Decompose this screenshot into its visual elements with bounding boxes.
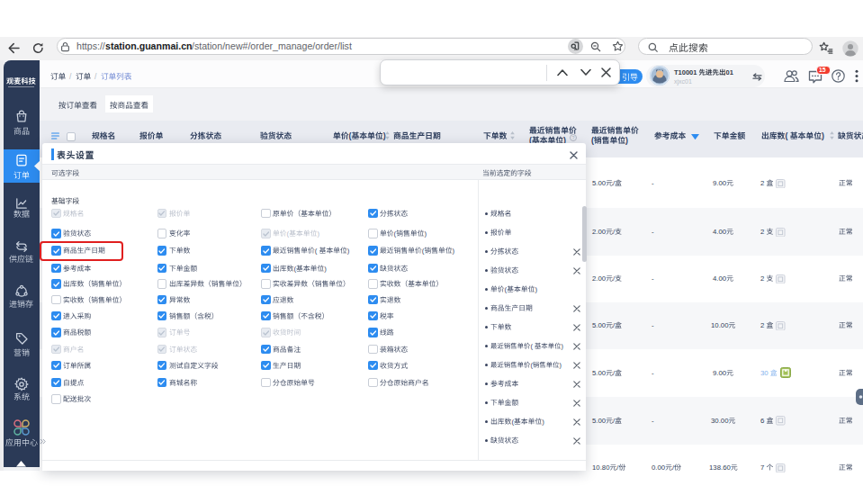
- svg-text:15: 15: [819, 67, 826, 73]
- svg-text:5.00: 5.00: [592, 369, 607, 377]
- svg-text:(: (: [785, 131, 787, 140]
- svg-text:10.80: 10.80: [592, 464, 610, 472]
- svg-text:station.guanmai.cn: station.guanmai.cn: [105, 40, 193, 51]
- svg-text:T10001: T10001: [674, 68, 697, 76]
- svg-text:): ): [318, 230, 320, 238]
- svg-text:5.00: 5.00: [592, 417, 607, 425]
- svg-text:): ): [822, 131, 824, 140]
- svg-text:-: -: [652, 417, 654, 425]
- svg-text:): ): [325, 265, 328, 273]
- svg-text:138.60: 138.60: [709, 464, 732, 472]
- svg-text:): ): [559, 361, 561, 369]
- svg-text:2: 2: [760, 321, 764, 329]
- svg-text:): ): [453, 247, 455, 255]
- svg-text:30.00: 30.00: [711, 417, 729, 425]
- svg-text:): ): [425, 230, 427, 238]
- svg-text:2: 2: [760, 179, 764, 187]
- svg-text:9.00: 9.00: [713, 179, 727, 187]
- svg-text:): ): [535, 285, 537, 293]
- svg-text:(: (: [511, 418, 514, 426]
- svg-text:0.00: 0.00: [652, 464, 666, 472]
- svg-text:5.00: 5.00: [592, 179, 607, 187]
- svg-text:): ): [561, 342, 562, 350]
- svg-text:-: -: [652, 228, 654, 236]
- svg-text:-: -: [652, 274, 654, 283]
- svg-text:-: -: [652, 179, 654, 187]
- svg-text:2: 2: [760, 274, 764, 283]
- svg-text:2.00: 2.00: [592, 274, 607, 283]
- svg-text:-: -: [652, 321, 654, 329]
- svg-text:01: 01: [726, 68, 733, 76]
- svg-text:4.00: 4.00: [713, 228, 727, 236]
- svg-text:4.00: 4.00: [713, 274, 727, 283]
- svg-text:9.00: 9.00: [713, 369, 727, 377]
- svg-text:10.00: 10.00: [711, 321, 729, 329]
- svg-text:(: (: [504, 285, 507, 293]
- svg-text:?: ?: [572, 135, 575, 140]
- svg-text:5.00: 5.00: [592, 321, 607, 329]
- svg-text:2.00: 2.00: [592, 228, 607, 236]
- svg-text:(: (: [394, 230, 397, 238]
- svg-text:/station/new#/order_manage/ord: /station/new#/order_manage/order/list: [192, 40, 352, 51]
- svg-text:(: (: [422, 247, 425, 255]
- svg-text:https://: https://: [76, 40, 105, 51]
- svg-text:6: 6: [760, 417, 764, 425]
- svg-text:(: (: [287, 230, 290, 238]
- svg-text:(: (: [294, 265, 297, 273]
- svg-text:30: 30: [760, 369, 769, 377]
- svg-text:-: -: [652, 369, 654, 377]
- svg-text:(: (: [349, 131, 352, 140]
- svg-text:): ): [625, 136, 628, 145]
- svg-text:(: (: [591, 136, 594, 145]
- svg-text:): ): [347, 247, 350, 255]
- svg-text:): ): [542, 418, 544, 426]
- svg-text:2: 2: [760, 228, 764, 236]
- svg-text:7: 7: [760, 464, 764, 472]
- svg-text:xjxc01: xjxc01: [674, 78, 692, 86]
- svg-text:(: (: [315, 247, 318, 255]
